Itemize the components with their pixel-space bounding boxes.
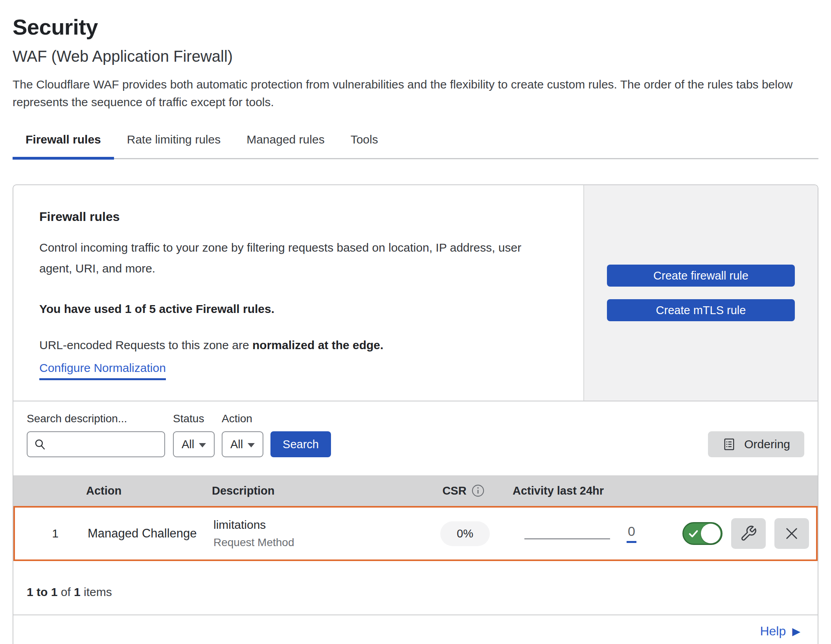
chevron-down-icon (248, 443, 255, 447)
search-input-box[interactable] (27, 431, 165, 457)
page-subtitle: WAF (Web Application Firewall) (13, 48, 818, 65)
status-filter-group: Status All (173, 412, 215, 457)
pagination-summary: 1 to 1 of 1 items (13, 561, 818, 599)
search-button[interactable]: Search (270, 431, 331, 457)
column-action: Action (86, 484, 212, 497)
search-input[interactable] (50, 438, 194, 451)
status-select-value: All (182, 438, 194, 451)
check-icon (688, 528, 699, 539)
card-top-section: Firewall rules Control incoming traffic … (13, 185, 818, 401)
rule-activity: 0 (514, 508, 648, 559)
rule-csr: 0% (416, 521, 514, 546)
normalization-text: URL-encoded Requests to this zone are no… (39, 339, 557, 352)
close-icon (783, 525, 800, 542)
action-select[interactable]: All (222, 431, 263, 457)
toggle-knob (701, 524, 721, 543)
tab-managed-rules[interactable]: Managed rules (233, 133, 337, 158)
csr-badge: 0% (440, 521, 490, 546)
configure-normalization-link[interactable]: Configure Normalization (39, 361, 166, 380)
tab-firewall-rules[interactable]: Firewall rules (13, 133, 114, 158)
waf-tabs: Firewall rules Rate limiting rules Manag… (13, 133, 818, 159)
normalization-bold: normalized at the edge. (252, 339, 383, 351)
help-link[interactable]: Help ▶ (760, 624, 800, 638)
card-description: Control incoming traffic to your zone by… (39, 237, 554, 279)
action-label: Action (222, 412, 263, 425)
firewall-rules-info: Firewall rules Control incoming traffic … (13, 185, 583, 401)
info-icon[interactable] (471, 484, 485, 497)
table-header: Action Description CSR Activity last 24h… (13, 475, 818, 506)
status-label: Status (173, 412, 215, 425)
ordering-button[interactable]: Ordering (708, 431, 804, 457)
rule-controls (648, 518, 816, 549)
action-filter-group: Action All (222, 412, 263, 457)
delete-rule-button[interactable] (774, 518, 809, 549)
column-activity: Activity last 24hr (513, 484, 646, 497)
security-waf-page: Security WAF (Web Application Firewall) … (0, 0, 831, 644)
help-label: Help (760, 624, 786, 638)
wrench-icon (740, 525, 757, 542)
column-description: Description (212, 484, 414, 497)
column-csr: CSR (414, 484, 513, 497)
rule-description-name: limitations (213, 518, 416, 532)
page-title: Security (13, 14, 818, 40)
summary-total: 1 (74, 585, 81, 598)
firewall-rules-card: Firewall rules Control incoming traffic … (13, 184, 818, 644)
filter-bar: Search description... Status All (13, 401, 818, 475)
create-mtls-rule-button[interactable]: Create mTLS rule (607, 299, 795, 321)
search-icon (34, 438, 46, 451)
status-select[interactable]: All (173, 431, 215, 457)
csr-label: CSR (442, 484, 466, 497)
list-icon (722, 437, 736, 451)
summary-range: 1 to 1 (27, 585, 57, 598)
normalization-prefix: URL-encoded Requests to this zone are (39, 339, 252, 351)
ordering-button-label: Ordering (744, 438, 790, 451)
rule-description: limitations Request Method (213, 518, 416, 549)
edit-rule-button[interactable] (731, 518, 766, 549)
chevron-down-icon (199, 443, 206, 447)
usage-text: You have used 1 of 5 active Firewall rul… (39, 302, 557, 316)
rule-enabled-toggle[interactable] (682, 522, 723, 545)
rule-action: Managed Challenge (88, 526, 213, 541)
search-filter-group: Search description... (27, 412, 165, 457)
page-description: The Cloudflare WAF provides both automat… (13, 75, 818, 111)
summary-items: items (81, 585, 112, 598)
arrow-right-icon: ▶ (792, 625, 800, 638)
activity-count-link[interactable]: 0 (627, 524, 636, 543)
firewall-rule-row: 1 Managed Challenge limitations Request … (13, 506, 818, 561)
actions-panel: Create firewall rule Create mTLS rule (583, 185, 818, 401)
card-heading: Firewall rules (39, 210, 557, 224)
help-row: Help ▶ (13, 615, 818, 644)
create-firewall-rule-button[interactable]: Create firewall rule (607, 265, 795, 287)
activity-sparkline (524, 538, 610, 539)
rule-priority: 1 (15, 527, 88, 540)
action-select-value: All (230, 438, 243, 451)
rule-description-field: Request Method (213, 536, 416, 549)
search-label: Search description... (27, 412, 165, 425)
tab-tools[interactable]: Tools (338, 133, 391, 158)
summary-of: of (57, 585, 74, 598)
tab-rate-limiting-rules[interactable]: Rate limiting rules (114, 133, 233, 158)
